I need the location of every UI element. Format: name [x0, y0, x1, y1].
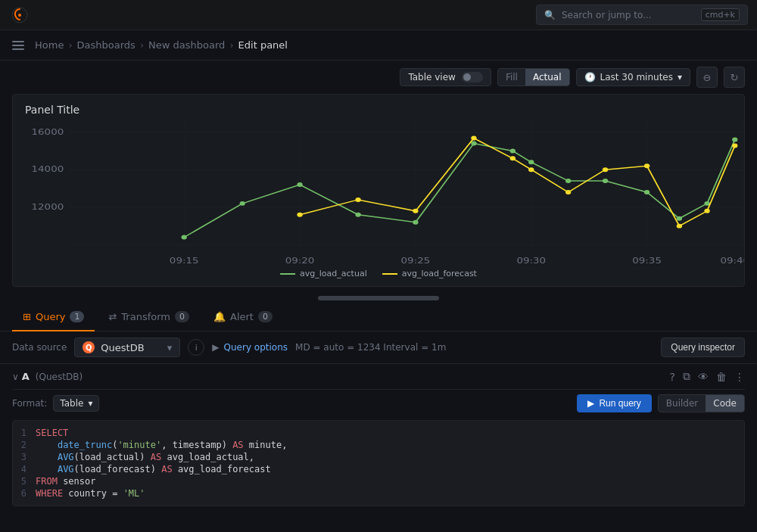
code-line-3: 3 AVG(load_actual) AS avg_load_actual,: [13, 451, 744, 463]
svg-point-40: [528, 167, 534, 172]
scroll-thumb[interactable]: [318, 296, 439, 300]
builder-mode-button[interactable]: Builder: [659, 395, 706, 412]
svg-point-21: [182, 235, 187, 240]
breadcrumb-home[interactable]: Home: [35, 39, 64, 51]
time-range-picker[interactable]: 🕐 Last 30 minutes ▾: [576, 68, 691, 86]
questdb-icon: Q: [83, 341, 95, 353]
format-select[interactable]: Table ▾: [53, 395, 99, 412]
breadcrumb-new-dashboard[interactable]: New dashboard: [148, 39, 225, 51]
legend-actual-label: avg_load_actual: [300, 269, 367, 278]
svg-point-25: [413, 220, 418, 225]
query-icon: ⊞: [23, 311, 31, 322]
more-icon[interactable]: ⋮: [734, 371, 745, 383]
svg-text:09:20: 09:20: [285, 256, 315, 265]
fill-actual-selector[interactable]: Fill Actual: [497, 68, 570, 86]
svg-text:09:30: 09:30: [516, 256, 546, 265]
query-editor-header: ∨ A (QuestDB) ? ⧉ 👁 🗑 ⋮: [12, 364, 745, 390]
svg-point-43: [644, 163, 650, 168]
tab-transform[interactable]: ⇄ Transform 0: [98, 303, 200, 331]
app-logo[interactable]: [9, 5, 30, 26]
legend-forecast: avg_load_forecast: [382, 269, 477, 278]
transform-icon: ⇄: [108, 311, 117, 322]
svg-point-23: [297, 182, 302, 187]
chevron-down-icon: ▾: [678, 72, 682, 82]
svg-point-31: [644, 190, 650, 194]
chart-panel: Panel Title 16000 14000 12000 09:15 09:2…: [12, 94, 745, 287]
legend-actual-line: [280, 273, 295, 275]
svg-point-44: [677, 224, 682, 229]
tab-query[interactable]: ⊞ Query 1: [12, 303, 95, 331]
tabs-bar: ⊞ Query 1 ⇄ Transform 0 🔔 Alert 0: [0, 303, 757, 331]
svg-point-30: [603, 179, 608, 183]
search-placeholder: Search or jump to...: [562, 10, 651, 20]
code-editor[interactable]: 1 SELECT 2 date_trunc('minute', timestam…: [12, 420, 745, 506]
chevron-down-icon: ▾: [167, 342, 173, 353]
query-collapse-icon[interactable]: ∨: [12, 372, 19, 382]
actual-button[interactable]: Actual: [525, 69, 569, 86]
svg-point-29: [565, 179, 571, 183]
arrow-icon: ▶: [212, 342, 219, 353]
code-line-1: 1 SELECT: [13, 427, 744, 439]
tab-query-label: Query: [36, 311, 66, 322]
chart-legend: avg_load_actual avg_load_forecast: [280, 269, 477, 278]
breadcrumb-edit-panel: Edit panel: [238, 39, 288, 51]
code-mode-button[interactable]: Code: [706, 395, 744, 412]
legend-forecast-line: [382, 273, 397, 275]
tab-transform-badge: 0: [175, 311, 189, 322]
refresh-button[interactable]: ↻: [724, 67, 745, 88]
zoom-icon: ⊖: [703, 72, 712, 83]
svg-point-38: [471, 136, 476, 141]
run-query-button[interactable]: ▶ Run query: [577, 394, 651, 412]
legend-actual: avg_load_actual: [280, 269, 367, 278]
editor-mode-selector: Builder Code: [658, 394, 745, 412]
clock-icon: 🕐: [584, 72, 596, 82]
tab-alert-badge: 0: [258, 311, 273, 322]
query-bar: Data source Q QuestDB ▾ i ▶ Query option…: [0, 331, 757, 364]
fill-button[interactable]: Fill: [498, 69, 525, 86]
legend-forecast-label: avg_load_forecast: [402, 269, 477, 278]
help-icon[interactable]: ?: [670, 371, 675, 383]
eye-icon[interactable]: 👁: [698, 371, 709, 383]
top-nav: 🔍 Search or jump to... cmd+k: [0, 0, 757, 30]
zoom-out-button[interactable]: ⊖: [696, 67, 718, 88]
copy-icon[interactable]: ⧉: [683, 370, 690, 383]
svg-point-46: [732, 143, 737, 148]
svg-text:14000: 14000: [32, 164, 64, 173]
format-label: Format:: [12, 398, 47, 409]
chevron-down-icon: ▾: [88, 398, 92, 409]
delete-icon[interactable]: 🗑: [716, 371, 727, 383]
play-icon: ▶: [587, 398, 594, 409]
hamburger-menu[interactable]: [12, 41, 24, 50]
svg-text:16000: 16000: [32, 127, 64, 136]
query-options-button[interactable]: ▶ Query options: [212, 342, 288, 353]
svg-text:09:15: 09:15: [170, 256, 199, 265]
time-range-label: Last 30 minutes: [600, 72, 673, 82]
svg-point-45: [704, 209, 709, 213]
data-source-label: Data source: [12, 342, 67, 353]
info-button[interactable]: i: [188, 339, 204, 356]
svg-point-36: [355, 198, 360, 202]
search-bar[interactable]: 🔍 Search or jump to... cmd+k: [536, 5, 748, 25]
breadcrumb: Home › Dashboards › New dashboard › Edit…: [0, 30, 757, 61]
data-source-select[interactable]: Q QuestDB ▾: [74, 338, 180, 357]
svg-text:09:25: 09:25: [401, 256, 431, 265]
svg-point-24: [355, 213, 360, 217]
query-meta: MD = auto = 1234 Interval = 1m: [295, 342, 446, 353]
alert-icon: 🔔: [213, 311, 226, 322]
table-view-switch[interactable]: [462, 72, 483, 82]
query-header-actions: ? ⧉ 👁 🗑 ⋮: [670, 370, 745, 383]
code-line-4: 4 AVG(load_forecast) AS avg_load_forecas…: [13, 463, 744, 475]
run-query-label: Run query: [599, 398, 640, 409]
code-line-2: 2 date_trunc('minute', timestamp) AS min…: [13, 439, 744, 451]
tab-alert[interactable]: 🔔 Alert 0: [203, 303, 283, 331]
svg-point-32: [677, 216, 682, 221]
query-db-label: (QuestDB): [36, 372, 83, 382]
format-bar: Format: Table ▾ ▶ Run query Builder Code: [12, 390, 745, 417]
toolbar: Table view Fill Actual 🕐 Last 30 minutes…: [0, 61, 757, 94]
query-inspector-button[interactable]: Query inspector: [661, 338, 745, 357]
table-view-label: Table view: [408, 72, 455, 82]
svg-point-27: [510, 148, 516, 153]
table-view-toggle[interactable]: Table view: [400, 68, 491, 86]
breadcrumb-dashboards[interactable]: Dashboards: [77, 39, 136, 51]
svg-text:09:40: 09:40: [720, 256, 744, 265]
